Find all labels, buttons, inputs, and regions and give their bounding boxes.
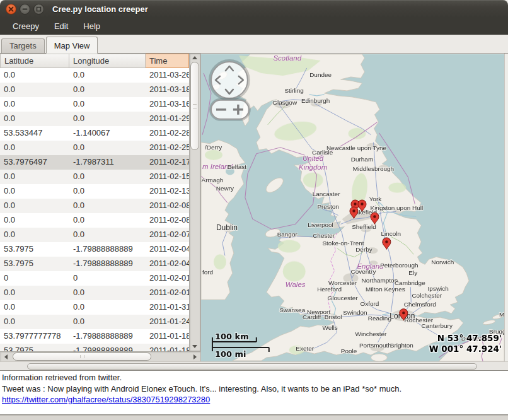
table-cell: -1.79888888889 — [69, 257, 146, 271]
table-cell: 0.0 — [69, 68, 146, 83]
table-cell: 0.0 — [69, 112, 146, 126]
map-view[interactable]: ScotlandDundeeStirlingEdinburghGlasgow/D… — [200, 54, 504, 361]
table-row[interactable]: 0.00.02011-01-31 — [0, 300, 189, 315]
longitude-readout: W 001° 47.924' — [429, 344, 502, 354]
zoom-control[interactable] — [211, 100, 250, 120]
table-cell: 0.0 — [0, 300, 69, 315]
table-cell: 0.0 — [69, 213, 146, 228]
pane-horizontal-scrollbar[interactable] — [0, 361, 508, 370]
table-row[interactable]: 0.00.02011-02-01 — [0, 286, 189, 300]
map-label: Winchester — [355, 330, 388, 337]
table-cell: -1.140067 — [69, 126, 146, 141]
maximize-button[interactable] — [33, 4, 44, 15]
column-header-time[interactable]: Time — [146, 54, 189, 68]
table-row[interactable]: 0.00.02011-02-08 — [0, 213, 189, 228]
scroll-up-button[interactable] — [190, 54, 200, 62]
titlebar[interactable]: Cree.py location creeper — [0, 0, 508, 18]
table-cell: 2011-01-18 — [146, 329, 189, 344]
scroll-left-button[interactable] — [1, 352, 10, 362]
tweet-link[interactable]: https://twitter.com/ghalfacree/status/38… — [2, 395, 210, 404]
minimize-button[interactable] — [20, 4, 30, 15]
table-row[interactable]: 0.00.02011-02-13 — [0, 184, 189, 199]
vertical-scroll-thumb[interactable] — [190, 62, 199, 150]
close-button[interactable] — [6, 4, 16, 15]
table-cell: 0.0 — [0, 286, 69, 300]
scroll-right-button[interactable] — [190, 352, 199, 362]
table-body: 0.00.02011-03-260.00.02011-03-180.00.020… — [0, 68, 189, 351]
table-row[interactable]: 53.7977777778-1.798888888892011-01-18 — [0, 329, 189, 344]
table-cell: 2011-02-15 — [146, 170, 189, 184]
tab-map-view[interactable]: Map View — [46, 37, 98, 54]
map-label: Derby — [355, 246, 372, 253]
table-row[interactable]: 53.533447-1.1400672011-02-28 — [0, 126, 189, 141]
table-cell: 0.0 — [69, 83, 146, 97]
map-label: Midd — [499, 311, 504, 318]
table-cell: 2011-01-24 — [146, 315, 189, 329]
table-row[interactable]: 0.00.02011-02-15 — [0, 170, 189, 184]
arrow-right-icon — [193, 354, 197, 359]
map-label: United — [303, 155, 324, 162]
table-cell: -1.7987311 — [69, 155, 146, 170]
table-cell: 2011-02-08 — [146, 213, 189, 228]
arrow-left-icon — [4, 354, 8, 359]
scroll-down-button[interactable] — [190, 342, 200, 351]
map-label: Wells — [322, 324, 337, 331]
table-row[interactable]: 53.7975-1.798888888892011-01-18 — [0, 344, 189, 351]
table-row[interactable]: 0.00.02011-02-25 — [0, 141, 189, 155]
table-cell: 53.7977777778 — [0, 329, 69, 344]
table-cell: 53.7975 — [0, 242, 69, 257]
map-label: Middlesbrough — [353, 165, 394, 172]
tab-targets[interactable]: Targets — [1, 38, 45, 53]
table-row[interactable]: 0.00.02011-03-26 — [0, 68, 189, 83]
table-row[interactable]: 0.00.02011-03-18 — [0, 83, 189, 97]
table-row[interactable]: 0.00.02011-01-24 — [0, 315, 189, 329]
arrow-down-icon — [192, 345, 197, 348]
menu-creepy[interactable]: Creepy — [5, 19, 47, 33]
map-label: Swansea — [279, 306, 305, 313]
column-header-latitude[interactable]: Latitude — [0, 54, 69, 68]
table-cell: 2011-01-29 — [146, 112, 189, 126]
content-area: Latitude Longitude Time 0.00.02011-03-26… — [0, 54, 508, 361]
table-row[interactable]: 53.7975-1.798888888892011-02-04 — [0, 242, 189, 257]
table-horizontal-scrollbar[interactable] — [0, 351, 200, 361]
table-cell: 53.7975 — [0, 344, 69, 351]
table-cell: 2011-01-31 — [146, 300, 189, 315]
tabstrip: Targets Map View — [0, 35, 508, 54]
table-row[interactable]: 002011-02-01 — [0, 271, 189, 286]
table-vertical-scrollbar[interactable] — [189, 54, 200, 351]
table-row[interactable]: 0.00.02011-02-08 — [0, 199, 189, 213]
map-label: Bristol — [325, 313, 342, 320]
map-canvas[interactable]: ScotlandDundeeStirlingEdinburghGlasgow/D… — [201, 54, 504, 361]
column-header-longitude[interactable]: Longitude — [69, 54, 146, 68]
table-row[interactable]: 53.7975-1.798888888892011-02-04 — [0, 257, 189, 271]
window-title: Cree.py location creeper — [52, 4, 148, 14]
table-cell: 2011-02-08 — [146, 199, 189, 213]
coordinate-readout: N 53° 47.859' W 001° 47.924' — [429, 333, 502, 354]
table-cell: 0 — [0, 271, 69, 286]
table-cell: 0.0 — [69, 286, 146, 300]
table-cell: 0.0 — [69, 170, 146, 184]
table-row[interactable]: 0.00.02011-01-29 — [0, 112, 189, 126]
map-label: Peterborough — [380, 262, 418, 269]
map-label: Portsmouth — [359, 342, 391, 349]
table-cell: 0.0 — [0, 112, 69, 126]
map-label: Ely — [408, 269, 417, 276]
table-cell: 2011-02-04 — [146, 257, 189, 271]
pan-control[interactable] — [210, 61, 249, 100]
table-cell: 2011-02-04 — [146, 242, 189, 257]
table-cell: 0.0 — [0, 213, 69, 228]
table-cell: 0.0 — [69, 199, 146, 213]
status-info-panel: Information retrieved from twitter. Twee… — [0, 370, 508, 415]
table-row[interactable]: 0.00.02011-03-16 — [0, 97, 189, 112]
menu-edit[interactable]: Edit — [47, 19, 76, 33]
table-cell: 2011-02-13 — [146, 184, 189, 199]
horizontal-scroll-thumb[interactable] — [13, 353, 151, 361]
menu-help[interactable]: Help — [76, 19, 108, 33]
map-label: Canterbury — [422, 322, 453, 329]
pane-scroll-thumb[interactable] — [27, 363, 477, 370]
table-row[interactable]: 53.7976497-1.79873112011-02-17 — [0, 155, 189, 170]
table-cell: 2011-02-01 — [146, 271, 189, 286]
table-row[interactable]: 0.00.02011-02-07 — [0, 228, 189, 242]
table-cell: 2011-02-28 — [146, 126, 189, 141]
map-label: Poole — [341, 347, 357, 354]
